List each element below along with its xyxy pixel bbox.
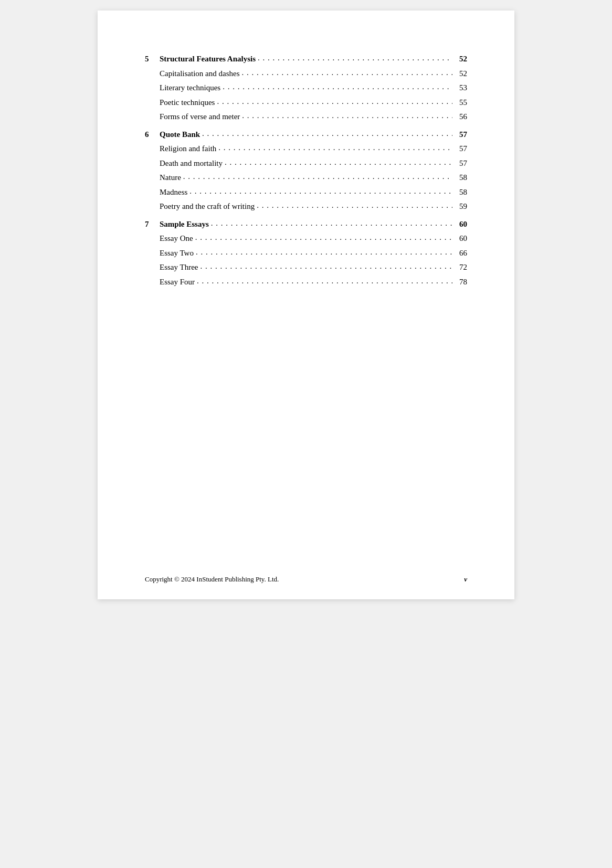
toc-item-row: Poetic techniques55 <box>145 96 467 110</box>
item-page: 78 <box>455 276 467 289</box>
section-page: 52 <box>455 52 467 66</box>
item-page: 60 <box>455 232 467 246</box>
item-dots <box>197 274 452 288</box>
item-dots <box>189 185 452 198</box>
item-label: Madness <box>160 186 187 199</box>
item-dots <box>196 246 452 259</box>
item-page: 53 <box>455 81 467 95</box>
toc-item-row: Poetry and the craft of writing59 <box>145 200 467 214</box>
item-page: 57 <box>455 142 467 156</box>
item-label: Essay One <box>160 232 193 246</box>
toc-heading-row: 7Sample Essays60 <box>145 218 467 231</box>
item-dots <box>217 95 452 109</box>
toc-heading-row: 5Structural Features Analysis52 <box>145 52 467 66</box>
item-label: Death and mortality <box>160 157 223 171</box>
toc-heading-row: 6Quote Bank57 <box>145 128 467 142</box>
item-label: Forms of verse and meter <box>160 110 240 124</box>
toc-section: 6Quote Bank57Religion and faith57Death a… <box>145 128 467 214</box>
toc-item-row: Essay Four78 <box>145 276 467 289</box>
footer: Copyright © 2024 InStudent Publishing Pt… <box>145 575 467 584</box>
toc-item-row: Nature58 <box>145 171 467 185</box>
item-page: 55 <box>455 96 467 110</box>
toc-section: 5Structural Features Analysis52Capitalis… <box>145 52 467 124</box>
toc-section: 7Sample Essays60Essay One60Essay Two66Es… <box>145 218 467 289</box>
item-dots <box>218 141 452 155</box>
section-heading: Sample Essays <box>160 218 209 231</box>
page: 5Structural Features Analysis52Capitalis… <box>98 10 514 599</box>
item-label: Poetry and the craft of writing <box>160 200 255 214</box>
item-page: 72 <box>455 261 467 274</box>
item-label: Literary techniques <box>160 81 220 95</box>
section-number: 5 <box>145 52 160 66</box>
item-dots <box>195 231 452 245</box>
section-dots <box>258 51 452 65</box>
toc-item-row: Essay Three72 <box>145 261 467 274</box>
item-dots <box>200 260 452 273</box>
section-dots <box>211 217 452 230</box>
section-dots <box>202 127 452 141</box>
toc-item-row: Death and mortality57 <box>145 157 467 171</box>
section-page: 57 <box>455 128 467 142</box>
toc-content: 5Structural Features Analysis52Capitalis… <box>145 52 467 289</box>
item-dots <box>223 80 452 94</box>
item-label: Essay Four <box>160 276 195 289</box>
toc-item-row: Literary techniques53 <box>145 81 467 95</box>
section-heading: Structural Features Analysis <box>160 52 256 66</box>
item-page: 58 <box>455 171 467 185</box>
item-label: Religion and faith <box>160 142 216 156</box>
item-label: Capitalisation and dashes <box>160 67 239 81</box>
item-label: Poetic techniques <box>160 96 215 110</box>
item-dots <box>225 156 452 170</box>
item-dots <box>183 170 452 184</box>
item-page: 66 <box>455 247 467 260</box>
section-number: 7 <box>145 218 160 231</box>
item-dots <box>242 109 452 123</box>
item-page: 52 <box>455 67 467 81</box>
item-label: Essay Two <box>160 247 194 260</box>
section-page: 60 <box>455 218 467 231</box>
item-label: Essay Three <box>160 261 198 274</box>
toc-item-row: Forms of verse and meter56 <box>145 110 467 124</box>
item-dots <box>257 199 452 213</box>
toc-item-row: Capitalisation and dashes52 <box>145 67 467 81</box>
item-label: Nature <box>160 171 181 185</box>
toc-item-row: Madness58 <box>145 186 467 199</box>
footer-page: v <box>464 575 467 584</box>
item-page: 59 <box>455 200 467 214</box>
section-heading: Quote Bank <box>160 128 200 142</box>
section-number: 6 <box>145 128 160 142</box>
item-dots <box>241 66 452 80</box>
item-page: 57 <box>455 157 467 171</box>
toc-item-row: Essay Two66 <box>145 247 467 260</box>
item-page: 56 <box>455 110 467 124</box>
item-page: 58 <box>455 186 467 199</box>
footer-copyright: Copyright © 2024 InStudent Publishing Pt… <box>145 575 279 584</box>
toc-item-row: Essay One60 <box>145 232 467 246</box>
toc-item-row: Religion and faith57 <box>145 142 467 156</box>
